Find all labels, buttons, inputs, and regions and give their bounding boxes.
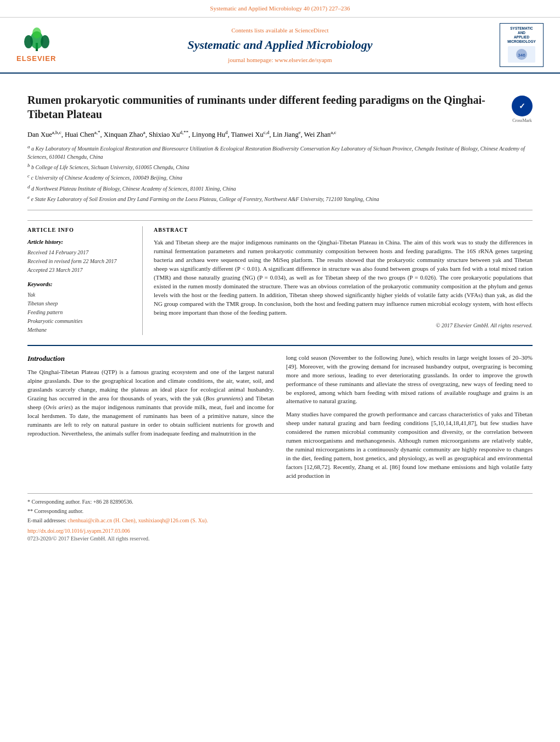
crossmark-svg: ✓: [512, 96, 533, 116]
article-title: Rumen prokaryotic communities of ruminan…: [27, 93, 503, 121]
elsevier-label: ELSEVIER: [16, 54, 56, 64]
article-info-heading: ARTICLE INFO: [27, 226, 134, 234]
homepage-link[interactable]: www.elsevier.de/syapm: [275, 57, 332, 63]
journal-logo-image: 346: [508, 46, 535, 63]
elsevier-logo: ELSEVIER: [16, 26, 60, 64]
journal-title: Systematic and Applied Microbiology: [60, 37, 500, 54]
affil-e: e e State Key Laboratory of Soil Erosion…: [27, 194, 533, 203]
article-info-abstract: ARTICLE INFO Article history: Received 1…: [27, 220, 533, 334]
journal-logo-box: SYSTEMATIC AND APPLIED MICROBIOLOGY 346: [500, 23, 544, 67]
journal-citation-bar: Systematic and Applied Microbiology 40 (…: [0, 0, 560, 18]
journal-header: ELSEVIER Contents lists available at Sci…: [0, 18, 560, 74]
body-section: Introduction The Qinghai-Tibetan Plateau…: [27, 345, 533, 485]
svg-text:✓: ✓: [519, 102, 525, 110]
email-label: E-mail addresses:: [27, 517, 66, 523]
abstract-text: Yak and Tibetan sheep are the major indi…: [154, 238, 533, 317]
email2[interactable]: xushixiaoqh@126.com (S. Xu).: [138, 517, 208, 523]
main-content: Rumen prokaryotic communities of ruminan…: [0, 74, 560, 553]
affiliations: a a Key Laboratory of Mountain Ecologica…: [27, 143, 533, 204]
keyword-0: Yak: [27, 291, 134, 299]
page: Systematic and Applied Microbiology 40 (…: [0, 0, 560, 742]
article-info-col: ARTICLE INFO Article history: Received 1…: [27, 226, 143, 334]
contents-link: Contents lists available at ScienceDirec…: [60, 26, 500, 35]
footnote-star1: * Corresponding author. Fax: +86 28 8289…: [27, 498, 533, 506]
intro-para-2: long cold season (November to the follow…: [286, 354, 533, 406]
copyright: © 2017 Elsevier GmbH. All rights reserve…: [154, 322, 533, 330]
affil-a: a a Key Laboratory of Mountain Ecologica…: [27, 143, 533, 161]
received-date: Received 14 February 2017: [27, 249, 134, 256]
article-title-section: Rumen prokaryotic communities of ruminan…: [27, 85, 533, 210]
intro-para-3: Many studies have compared the growth pe…: [286, 410, 533, 481]
abstract-heading: ABSTRACT: [154, 226, 533, 234]
intro-para-1: The Qinghai-Tibetan Plateau (QTP) is a f…: [27, 368, 274, 438]
crossmark: ✓ CrossMark: [512, 96, 533, 124]
affil-d: d d Northwest Plateau Institute of Biolo…: [27, 183, 533, 193]
history-label: Article history:: [27, 238, 134, 247]
keyword-3: Prokaryotic communities: [27, 317, 134, 325]
keyword-1: Tibetan sheep: [27, 300, 134, 308]
accepted-date: Accepted 23 March 2017: [27, 266, 134, 274]
revised-date: Received in revised form 22 March 2017: [27, 258, 134, 265]
footnote-section: * Corresponding author. Fax: +86 28 8289…: [27, 493, 533, 543]
journal-center: Contents lists available at ScienceDirec…: [60, 26, 500, 65]
journal-logo-title-line1: SYSTEMATIC: [510, 26, 533, 31]
journal-logo-title-line2: AND: [518, 31, 525, 35]
intro-heading: Introduction: [27, 354, 274, 364]
svg-text:346: 346: [518, 53, 525, 58]
keyword-2: Feeding pattern: [27, 309, 134, 316]
issn-line: 0723-2020/© 2017 Elsevier GmbH. All righ…: [27, 535, 533, 543]
journal-logo-title-line3: APPLIED: [514, 35, 529, 40]
journal-logo-title-line4: MICROBIOLOGY: [507, 40, 536, 44]
svg-point-3: [41, 35, 49, 48]
crossmark-icon: ✓: [512, 96, 533, 116]
article-title-row: Rumen prokaryotic communities of ruminan…: [27, 93, 533, 124]
crossmark-label: CrossMark: [512, 118, 533, 124]
keyword-4: Methane: [27, 326, 134, 334]
body-col-left: Introduction The Qinghai-Tibetan Plateau…: [27, 354, 274, 485]
footnote-email: E-mail addresses: chenhuai@cib.ac.cn (H.…: [27, 517, 533, 525]
body-two-col: Introduction The Qinghai-Tibetan Plateau…: [27, 354, 533, 485]
affil-c: c c University of Chinese Academy of Sci…: [27, 172, 533, 182]
doi-line[interactable]: http://dx.doi.org/10.1016/j.syapm.2017.0…: [27, 527, 533, 535]
svg-point-4: [32, 27, 41, 38]
affil-b: b b College of Life Sciences, Sichuan Un…: [27, 162, 533, 171]
authors-line: Dan Xuea,b,c, Huai Chena,*, Xinquan Zhao…: [27, 129, 533, 140]
sciencedirect-link[interactable]: ScienceDirect: [295, 27, 329, 34]
email1[interactable]: chenhuai@cib.ac.cn (H. Chen),: [68, 517, 137, 523]
footnote-star2: ** Corresponding author.: [27, 507, 533, 515]
svg-point-2: [24, 35, 33, 48]
elsevier-tree-icon: [16, 26, 60, 54]
keywords-label: Keywords:: [27, 281, 134, 289]
journal-citation: Systematic and Applied Microbiology 40 (…: [210, 5, 350, 12]
journal-homepage: journal homepage: www.elsevier.de/syapm: [60, 56, 500, 64]
body-col-right: long cold season (November to the follow…: [286, 354, 533, 485]
years-text: years: [154, 395, 166, 401]
abstract-col: ABSTRACT Yak and Tibetan sheep are the m…: [154, 226, 533, 334]
